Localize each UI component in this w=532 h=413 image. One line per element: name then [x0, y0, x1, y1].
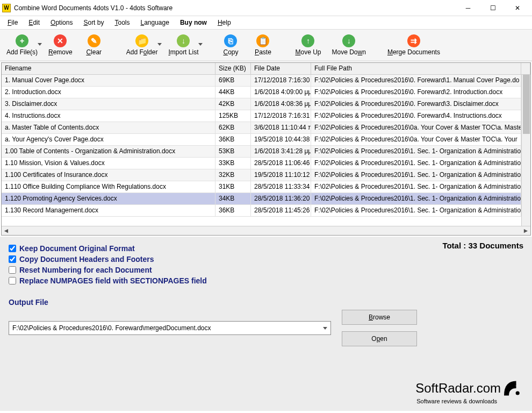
arrow-down-icon: ↓: [342, 34, 355, 47]
grid-body: 1. Manual Cover Page.docx69KB17/12/2018 …: [2, 75, 530, 226]
import-list-button[interactable]: ↓Import List: [163, 30, 204, 60]
table-row[interactable]: 4. Instructions.docx125KB17/12/2018 7:16…: [2, 110, 530, 122]
table-row[interactable]: 1.130 Record Management.docx36KB28/5/201…: [2, 205, 530, 217]
menu-buynow[interactable]: Buy now: [176, 18, 211, 27]
cell-path: F:\02\Policies & Procedures2016\0. Forew…: [311, 110, 521, 122]
cell-filename: a. Master Table of Contents.docx: [2, 122, 215, 133]
cell-filename: 4. Instructions.docx: [2, 110, 215, 122]
paste-icon: 📋: [256, 34, 269, 47]
cell-date: 1/6/2018 4:08:36 μμ: [251, 98, 311, 110]
cell-path: F:\02\Policies & Procedures2016\0. Forew…: [311, 98, 521, 110]
cell-date: 28/5/2018 11:36:20 πμ: [251, 193, 311, 204]
move-down-button[interactable]: ↓Move Down: [327, 30, 371, 60]
move-up-button[interactable]: ↑Move Up: [290, 30, 326, 60]
col-size[interactable]: Size (KB): [215, 63, 251, 74]
add-files-button[interactable]: +Add File(s): [1, 30, 43, 60]
remove-button[interactable]: ✕Remove: [43, 30, 78, 60]
cell-path: F:\02\Policies & Procedures2016\1. Sec. …: [311, 181, 521, 193]
merge-documents-button[interactable]: ⇉Merge Documents: [382, 30, 445, 60]
cell-path: F:\02\Policies & Procedures2016\1. Sec. …: [311, 169, 521, 181]
cell-size: 62KB: [215, 122, 251, 133]
window-title: Combine Word Documents 4dots V1.0 - 4dot…: [14, 4, 456, 12]
cell-filename: 1.10 Mission, Vision & Values.docx: [2, 158, 215, 169]
menu-language[interactable]: Language: [136, 18, 173, 27]
menu-tools[interactable]: Tools: [110, 18, 134, 27]
minimize-button[interactable]: ─: [456, 0, 480, 16]
cell-filename: 1.110 Office Building Compliance With Re…: [2, 181, 215, 193]
cell-path: F:\02\Policies & Procedures2016\1. Sec. …: [311, 205, 521, 216]
col-date[interactable]: File Date: [251, 63, 311, 74]
table-row[interactable]: 1.110 Office Building Compliance With Re…: [2, 181, 530, 193]
table-row[interactable]: 1.100 Certificates of Insurance.docx32KB…: [2, 169, 530, 181]
menu-sortby[interactable]: Sort by: [79, 18, 108, 27]
chevron-down-icon[interactable]: [198, 43, 203, 46]
add-folder-button[interactable]: 📁Add Folder: [121, 30, 163, 60]
copy-headers-checkbox[interactable]: [9, 255, 16, 263]
menubar: File Edit Options Sort by Tools Language…: [0, 16, 532, 29]
keep-format-checkbox[interactable]: [9, 245, 16, 252]
chevron-down-icon[interactable]: [323, 327, 327, 330]
scroll-right-icon[interactable]: ►: [521, 226, 530, 236]
clear-button[interactable]: ✎Clear: [78, 30, 110, 60]
titlebar[interactable]: W Combine Word Documents 4dots V1.0 - 4d…: [0, 0, 532, 16]
scroll-left-icon[interactable]: ◄: [2, 226, 11, 236]
broom-icon: ✎: [88, 34, 100, 47]
chevron-down-icon[interactable]: [157, 43, 162, 46]
chevron-down-icon[interactable]: [38, 43, 42, 46]
import-icon: ↓: [177, 34, 190, 47]
cell-date: 1/6/2018 3:41:28 μμ: [251, 146, 311, 157]
cell-filename: 1.100 Certificates of Insurance.docx: [2, 169, 215, 181]
cell-date: 1/6/2018 4:09:00 μμ: [251, 87, 311, 98]
output-file-combo[interactable]: F:\02\Policies & Procedures2016\0. Forew…: [9, 321, 331, 335]
copy-headers-label[interactable]: Copy Document Headers and Footers: [19, 255, 154, 264]
replace-numpages-checkbox[interactable]: [9, 277, 16, 284]
cell-filename: a. Your Agency's Cover Page.docx: [2, 134, 215, 145]
table-row[interactable]: 1.10 Mission, Vision & Values.docx33KB28…: [2, 158, 530, 169]
browse-button[interactable]: Browse: [342, 310, 417, 325]
app-icon: W: [2, 4, 11, 12]
grid-header: Filename Size (KB) File Date Full File P…: [2, 63, 530, 75]
scroll-thumb[interactable]: [523, 75, 530, 134]
table-row[interactable]: a. Your Agency's Cover Page.docx36KB19/5…: [2, 134, 530, 146]
cell-filename: 3. Disclaimer.docx: [2, 98, 215, 110]
table-row[interactable]: a. Master Table of Contents.docx62KB3/6/…: [2, 122, 530, 134]
cell-size: 44KB: [215, 87, 251, 98]
reset-numbering-label[interactable]: Reset Numbering for each Document: [19, 266, 152, 274]
paste-button[interactable]: 📋Paste: [247, 30, 279, 60]
col-path[interactable]: Full File Path: [311, 63, 521, 74]
table-row[interactable]: 3. Disclaimer.docx42KB1/6/2018 4:08:36 μ…: [2, 98, 530, 110]
horizontal-scrollbar[interactable]: ◄ ►: [2, 226, 530, 235]
vertical-scrollbar[interactable]: [521, 75, 530, 226]
close-button[interactable]: ✕: [505, 0, 530, 16]
cell-size: 31KB: [215, 181, 251, 193]
table-row[interactable]: 2. Introduction.docx44KB1/6/2018 4:09:00…: [2, 87, 530, 98]
table-row[interactable]: 1.00 Table of Contents - Organization & …: [2, 146, 530, 158]
cell-path: F:\02\Policies & Procedures2016\0. Forew…: [311, 87, 521, 98]
cell-size: 32KB: [215, 169, 251, 181]
cell-filename: 1.120 Promoting Agency Services.docx: [2, 193, 215, 204]
menu-options[interactable]: Options: [46, 18, 77, 27]
merge-icon: ⇉: [407, 34, 420, 47]
output-file-label: Output File: [9, 298, 523, 307]
cell-date: 28/5/2018 11:33:34 πμ: [251, 181, 311, 193]
brand-tag: Software reviews & downloads: [416, 398, 523, 404]
copy-button[interactable]: ⎘Copy: [214, 30, 247, 60]
menu-help[interactable]: Help: [213, 18, 235, 27]
cell-path: F:\02\Policies & Procedures2016\1. Sec. …: [311, 146, 521, 157]
keep-format-label[interactable]: Keep Document Original Format: [19, 244, 135, 253]
cell-date: 3/6/2018 11:10:44 πμ: [251, 122, 311, 133]
maximize-button[interactable]: ☐: [480, 0, 505, 16]
menu-edit[interactable]: Edit: [24, 18, 44, 27]
table-row[interactable]: 1. Manual Cover Page.docx69KB17/12/2018 …: [2, 75, 530, 87]
total-documents: Total : 33 Documents: [442, 241, 523, 250]
reset-numbering-checkbox[interactable]: [9, 266, 16, 274]
cell-path: F:\02\Policies & Procedures2016\0a. Your…: [311, 134, 521, 145]
cell-size: 42KB: [215, 98, 251, 110]
open-button[interactable]: Open: [342, 331, 417, 346]
output-file-value: F:\02\Policies & Procedures2016\0. Forew…: [12, 324, 211, 332]
col-filename[interactable]: Filename: [2, 63, 215, 74]
menu-file[interactable]: File: [3, 18, 22, 27]
svg-point-0: [516, 391, 520, 395]
replace-numpages-label[interactable]: Replace NUMPAGES field with SECTIONPAGES…: [19, 276, 207, 285]
table-row[interactable]: 1.120 Promoting Agency Services.docx34KB…: [2, 193, 530, 205]
